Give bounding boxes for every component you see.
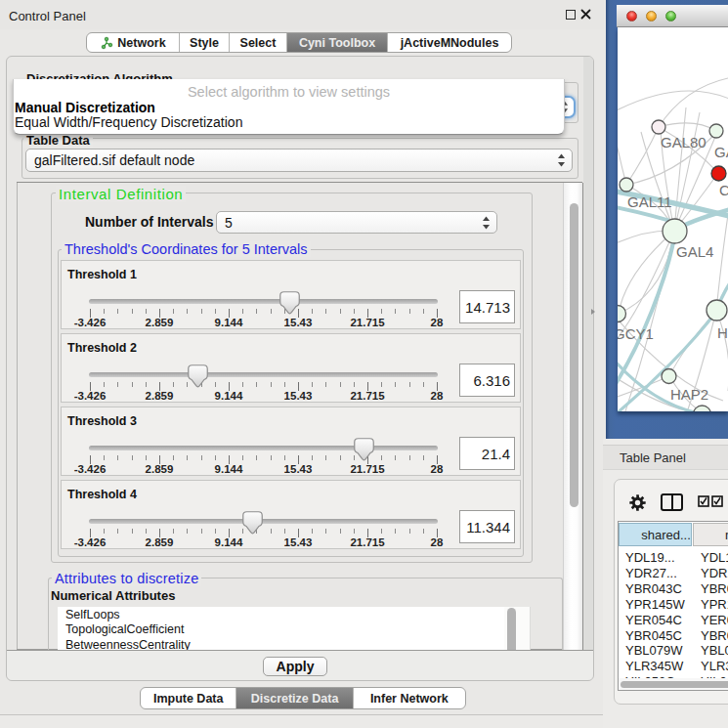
svg-text:GA: GA: [714, 144, 728, 160]
svg-text:H: H: [717, 324, 728, 341]
svg-text:GAL11: GAL11: [627, 193, 672, 210]
svg-text:CY: CY: [719, 182, 728, 198]
svg-text:GAL4: GAL4: [676, 243, 713, 260]
svg-text:GCY1: GCY1: [618, 325, 654, 342]
svg-text:HAP2: HAP2: [670, 386, 708, 403]
svg-text:GAL80: GAL80: [661, 134, 707, 150]
